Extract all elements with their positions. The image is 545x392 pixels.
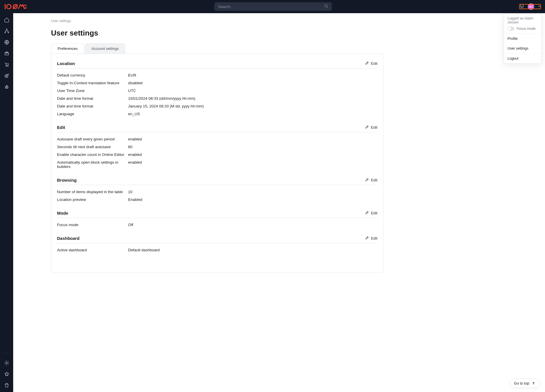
setting-label: Active dashboard <box>57 248 128 252</box>
setting-row: Location previewEnabled <box>57 196 377 203</box>
setting-label: Autosave draft every given period <box>57 137 128 141</box>
section-location: LocationEditDefault currencyEURToggle In… <box>57 61 377 118</box>
user-avatar[interactable]: AJ <box>528 3 534 10</box>
svg-point-15 <box>6 362 7 364</box>
user-menu: Logged as Adam Jensen Focus mode Profile… <box>504 13 542 64</box>
chevron-up-icon[interactable] <box>538 4 541 9</box>
sidebar <box>0 13 13 392</box>
cart-icon[interactable] <box>0 62 13 67</box>
svg-rect-12 <box>5 86 8 88</box>
section-header: DashboardEdit <box>57 236 377 243</box>
setting-value: enabled <box>128 152 142 157</box>
user-menu-header: Logged as Adam Jensen Focus mode <box>504 13 541 34</box>
go-to-top-label: Go to top <box>514 381 529 385</box>
section-mode: ModeEditFocus modeOff <box>57 210 377 229</box>
setting-row: User Time ZoneUTC <box>57 87 377 95</box>
go-to-top-button[interactable]: Go to top <box>510 379 540 388</box>
setting-value: Enabled <box>128 197 142 202</box>
section-header: LocationEdit <box>57 61 377 68</box>
setting-row: Focus modeOff <box>57 221 377 229</box>
topbar: AJ <box>0 0 545 13</box>
main: User settings User settings Preferences … <box>13 13 545 392</box>
svg-point-9 <box>7 66 8 66</box>
setting-label: Date and time format <box>57 96 128 101</box>
target-icon[interactable] <box>0 73 13 79</box>
setting-value: enabled <box>128 137 142 141</box>
setting-value: Off <box>128 223 133 227</box>
focus-mode-toggle-row[interactable]: Focus mode <box>507 27 538 31</box>
setting-label: Default currency <box>57 73 128 77</box>
setting-label: Location preview <box>57 197 128 202</box>
tree-icon[interactable] <box>0 28 13 34</box>
focus-mode-toggle[interactable] <box>507 27 514 31</box>
svg-point-2 <box>325 5 327 7</box>
section-edit: EditEditAutosave draft every given perio… <box>57 125 377 170</box>
setting-value: disabled <box>128 81 142 85</box>
star-icon[interactable] <box>0 371 13 377</box>
gear-icon[interactable] <box>0 360 13 366</box>
edit-icon <box>365 125 369 130</box>
section-browsing: BrowsingEditNumber of items displayed in… <box>57 177 377 203</box>
arrow-up-icon <box>532 381 536 385</box>
setting-value: en_US <box>128 112 140 116</box>
svg-point-14 <box>7 87 7 88</box>
setting-row: Languageen_US <box>57 110 377 118</box>
edit-label: Edit <box>371 61 377 66</box>
setting-value: 10 <box>128 190 132 194</box>
section-title: Mode <box>57 211 68 215</box>
setting-row: Seconds till next draft autosave60 <box>57 143 377 151</box>
logged-prefix: Logged as <box>507 16 524 20</box>
svg-point-4 <box>5 32 5 33</box>
setting-value: 15/01/2024 08:33 (dd/mm/yyyy hh:mm) <box>128 96 195 101</box>
notifications-icon[interactable] <box>519 4 524 10</box>
search-input[interactable] <box>214 2 332 11</box>
svg-point-8 <box>6 66 6 66</box>
setting-value: UTC <box>128 89 136 93</box>
logo[interactable] <box>4 3 26 10</box>
section-header: BrowsingEdit <box>57 177 377 185</box>
setting-row: Automatically open block settings in bui… <box>57 158 377 170</box>
focus-mode-label: Focus mode <box>517 27 536 31</box>
edit-icon <box>365 236 369 241</box>
section-header: ModeEdit <box>57 210 377 218</box>
tabs: Preferences Account settings <box>51 43 383 54</box>
menu-item-user-settings[interactable]: User settings <box>504 44 541 53</box>
breadcrumb: User settings <box>51 19 383 23</box>
edit-icon <box>365 177 369 183</box>
setting-label: Enable character count in Online Editor <box>57 152 128 157</box>
home-icon[interactable] <box>0 17 13 23</box>
section-title: Dashboard <box>57 236 79 241</box>
setting-row: Number of items displayed in the table10 <box>57 188 377 196</box>
setting-value: EUR <box>128 73 136 77</box>
menu-item-profile[interactable]: Profile <box>504 34 541 44</box>
setting-row: Enable character count in Online Editore… <box>57 151 377 158</box>
tab-account-settings[interactable]: Account settings <box>85 43 125 54</box>
trash-icon[interactable] <box>0 383 13 388</box>
setting-row: Active dashboardDefault dashboard <box>57 246 377 254</box>
svg-point-5 <box>8 32 9 33</box>
setting-label: Language <box>57 112 128 116</box>
section-title: Edit <box>57 125 65 130</box>
edit-button[interactable]: Edit <box>365 61 377 66</box>
setting-label: User Time Zone <box>57 89 128 93</box>
edit-label: Edit <box>371 178 377 182</box>
catalog-icon[interactable] <box>0 51 13 56</box>
topbar-right: AJ <box>519 3 541 10</box>
edit-button[interactable]: Edit <box>365 125 377 130</box>
edit-button[interactable]: Edit <box>365 236 377 241</box>
section-title: Browsing <box>57 178 77 183</box>
search-container <box>214 2 332 11</box>
setting-row: Toggle In-Context translation featuredis… <box>57 79 377 87</box>
globe-icon[interactable] <box>0 40 13 45</box>
bot-icon[interactable] <box>0 84 13 90</box>
svg-point-13 <box>6 87 7 88</box>
setting-row: Date and time format15/01/2024 08:33 (dd… <box>57 95 377 102</box>
section-header: EditEdit <box>57 125 377 132</box>
tab-preferences[interactable]: Preferences <box>51 43 84 54</box>
edit-button[interactable]: Edit <box>365 210 377 215</box>
setting-value: enabled <box>128 160 142 169</box>
setting-row: Autosave draft every given periodenabled <box>57 135 377 143</box>
setting-row: Default currencyEUR <box>57 71 377 79</box>
edit-button[interactable]: Edit <box>365 177 377 183</box>
menu-item-logout[interactable]: Logout <box>504 54 541 63</box>
